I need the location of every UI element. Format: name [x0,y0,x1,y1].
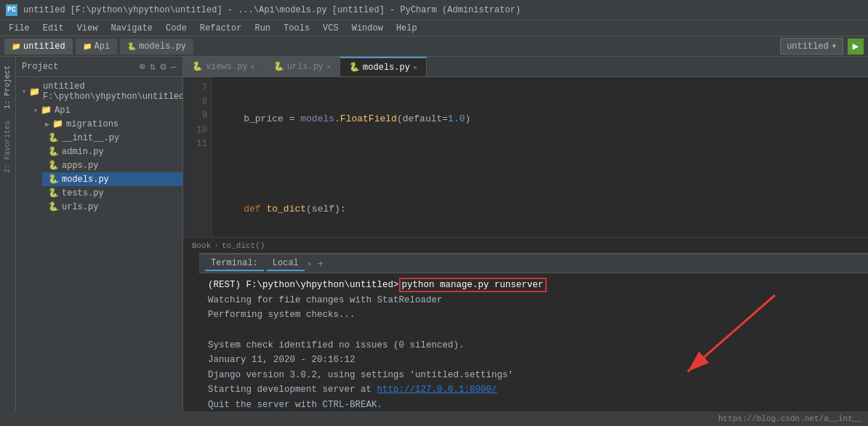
menu-bar: File Edit View Navigate Code Refactor Ru… [0,20,868,36]
menu-refactor[interactable]: Refactor [194,22,248,35]
breadcrumb-book: Book [192,241,211,250]
close-models-icon[interactable]: ✕ [413,63,417,72]
py-icon-tests: 🐍 [48,188,59,198]
line-numbers: 7 8 9 10 11 [183,77,212,237]
left-sidebar: 1: Project 2: Favorites [0,57,16,426]
collapse-all-icon[interactable]: ⇅ [150,60,156,73]
code-line-8 [221,157,859,172]
close-views-icon[interactable]: ✕ [251,63,255,71]
tab-urls[interactable]: 🐍 urls.py ✕ [265,57,340,76]
py-icon-urls: 🐍 [48,201,59,212]
line-num-10: 10 [183,124,207,137]
local-tab[interactable]: Local [267,257,305,271]
run-button-area: untitled ▾ ▶ [780,38,864,55]
tree-arrow-root: ▾ [22,87,26,96]
terminal-output-4: System check identified no issues (0 sil… [208,338,868,353]
status-bar-url: https://blog.csdn.net/a__int__ [718,414,862,423]
project-tab-untitled[interactable]: 📁 untitled [4,39,73,55]
code-line-7: b_price = models.FloatField(default=1.0) [221,112,859,127]
py-icon-init: 🐍 [48,132,59,143]
tab-models[interactable]: 🐍 models.py ✕ [340,57,427,76]
tree-models[interactable]: 🐍 models.py [42,172,182,186]
tree-urls[interactable]: 🐍 urls.py [42,200,182,214]
main-layout: 1: Project 2: Favorites Project ⊕ ⇅ ⚙ — … [0,57,868,426]
tree-tests[interactable]: 🐍 tests.py [42,186,182,200]
menu-help[interactable]: Help [390,22,423,35]
run-config-dropdown[interactable]: untitled ▾ [780,38,843,55]
locate-file-icon[interactable]: ⊕ [139,60,145,73]
py-icon-views-tab: 🐍 [192,61,203,72]
tree-admin-label: admin.py [62,147,104,157]
minimize-panel-icon[interactable]: — [171,61,177,73]
close-urls-icon[interactable]: ✕ [326,63,331,71]
menu-navigate[interactable]: Navigate [105,22,158,35]
title-bar: PC untitled [F:\python\yhpython\untitled… [0,0,868,20]
folder-migrations-icon: 📁 [52,118,63,129]
terminal-tabs: Terminal: Local ✕ + [199,254,868,273]
py-icon-models-tab: 🐍 [349,62,360,73]
menu-edit[interactable]: Edit [37,22,70,35]
sidebar-favorites-icon[interactable]: 2: Favorites [2,115,13,179]
tree-apps[interactable]: 🐍 apps.py [42,158,182,172]
terminal-output-2: Performing system checks... [208,308,868,323]
project-tab-api[interactable]: 📁 Api [76,39,118,55]
server-url-link[interactable]: http://127.0.0.1:8000/ [377,385,497,395]
project-tab-models-label: models.py [139,41,186,52]
tree-models-label: models.py [62,174,109,185]
tree-migrations[interactable]: ▶ 📁 migrations [16,117,182,131]
code-editor[interactable]: 7 8 9 10 11 b_price = models.FloatField(… [183,77,868,237]
editor-terminal-area: 🐍 views.py ✕ 🐍 urls.py ✕ 🐍 models.py ✕ 7… [183,57,868,426]
menu-window[interactable]: Window [346,22,389,35]
folder-icon: 📁 [12,42,20,51]
menu-view[interactable]: View [71,22,104,35]
py-icon-apps: 🐍 [48,160,59,171]
menu-file[interactable]: File [3,22,36,35]
project-tabs: 📁 untitled 📁 Api 🐍 models.py untitled ▾ … [0,36,868,57]
line-num-9: 9 [183,109,207,123]
project-tab-models[interactable]: 🐍 models.py [120,39,193,55]
file-tree: ▾ 📁 untitled F:\python\yhpython\untitled… [16,77,182,426]
folder-root-icon: 📁 [29,87,40,97]
tree-arrow-api: ▾ [33,106,38,115]
terminal-prompt-line: (REST) F:\python\yhpython\untitled>pytho… [208,278,868,293]
terminal-tab-label[interactable]: Terminal: [205,257,264,271]
terminal-output-1: Watching for file changes with StatReloa… [208,293,868,308]
tree-root[interactable]: ▾ 📁 untitled F:\python\yhpython\untitled [16,80,182,103]
tree-api-folder[interactable]: ▾ 📁 Api [16,103,182,117]
folder-icon-api: 📁 [83,42,92,51]
terminal-content[interactable]: (REST) F:\python\yhpython\untitled>pytho… [199,273,868,420]
breadcrumb: Book › to_dict() [183,237,868,253]
close-local-tab-icon[interactable]: ✕ [308,260,312,268]
chevron-down-icon: ▾ [832,41,837,52]
terminal-output-6: Django version 3.0.2, using settings 'un… [208,368,868,383]
tree-init[interactable]: 🐍 __init__.py [42,131,182,145]
sidebar-project-icon[interactable]: 1: Project [2,60,13,115]
window-title: untitled [F:\python\yhpython\untitled] -… [23,5,862,15]
add-terminal-icon[interactable]: + [318,258,324,270]
menu-code[interactable]: Code [160,22,193,35]
code-content[interactable]: b_price = models.FloatField(default=1.0)… [212,77,868,237]
project-tab-label: untitled [23,41,65,52]
status-bar: https://blog.csdn.net/a__int__ [0,411,868,426]
run-button[interactable]: ▶ [848,39,864,55]
settings-icon[interactable]: ⚙ [160,60,166,73]
terminal-output-3 [208,323,868,338]
tab-views[interactable]: 🐍 views.py ✕ [183,57,265,76]
breadcrumb-todict: to_dict() [222,241,265,250]
editor-tabs: 🐍 views.py ✕ 🐍 urls.py ✕ 🐍 models.py ✕ [183,57,868,77]
terminal-prompt: (REST) F:\python\yhpython\untitled> [208,280,399,290]
py-icon-models-tree: 🐍 [48,174,59,185]
tree-urls-label: urls.py [62,202,98,212]
tree-arrow-migrations: ▶ [45,120,49,129]
project-tab-api-label: Api [95,41,110,52]
menu-run[interactable]: Run [249,22,276,35]
project-panel-header: Project ⊕ ⇅ ⚙ — [16,57,182,77]
tree-apps-label: apps.py [62,161,98,171]
tree-api-label: Api [55,105,71,116]
menu-vcs[interactable]: VCS [317,22,345,35]
tree-admin[interactable]: 🐍 admin.py [42,145,182,158]
menu-tools[interactable]: Tools [278,22,316,35]
line-num-11: 11 [183,137,207,151]
terminal-output-8: Quit the server with CTRL-BREAK. [208,398,868,413]
code-line-9: def to_dict(self): [221,202,859,217]
